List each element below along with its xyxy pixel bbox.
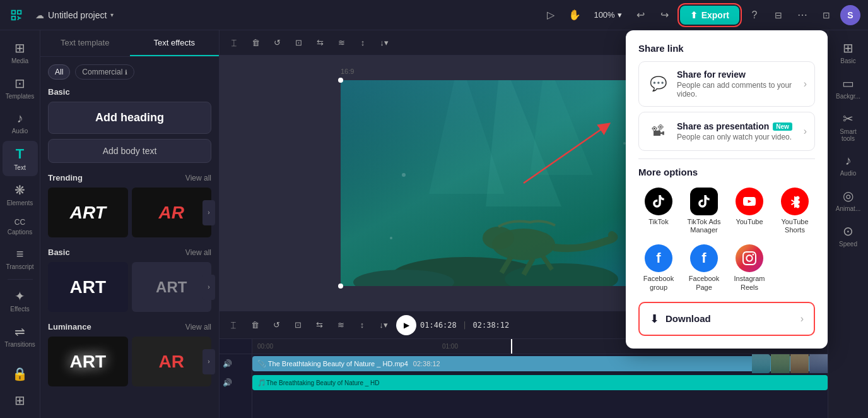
right-panel-speed[interactable]: ⊙ Speed [831,218,866,253]
playhead[interactable] [511,339,512,354]
hand-tool[interactable]: ✋ [565,5,585,25]
tab-text-effects[interactable]: Text effects [130,30,220,56]
tiktok-ads-label: TikTok Ads Manager [686,218,722,234]
tab-text-template[interactable]: Text template [40,30,130,56]
flip-tool[interactable]: ⇆ [310,33,329,52]
flip-timeline-btn[interactable]: ⇆ [310,316,328,334]
share-review-arrow: › [804,78,807,90]
basic-section-header: Basic [48,87,211,97]
luminance-item-1[interactable]: ART [48,337,128,386]
youtube-shorts-label: YouTube Shorts [777,218,812,234]
facebook-page-icon: f [690,244,718,272]
sidebar-item-elements[interactable]: ❋ Elements [3,177,38,212]
zoom-control[interactable]: 100% ▾ [589,8,626,22]
sidebar-item-settings[interactable]: ⊞ [3,388,38,413]
volume-timeline-btn[interactable]: ↓▾ [375,316,392,334]
sidebar-item-lock[interactable]: 🔒 [3,361,38,386]
sidebar-item-audio[interactable]: ♪ Audio [3,106,38,140]
trending-item-2[interactable]: AR [132,188,212,237]
right-panel-smarttools[interactable]: ✂ Smart tools [831,106,866,147]
trending-next-arrow[interactable]: › [202,200,215,225]
loop-timeline-btn[interactable]: ↺ [267,316,285,334]
add-body-button[interactable]: Add body text [48,139,211,163]
right-panel-background[interactable]: ▭ Backgr... [831,71,866,105]
resize-tool[interactable]: ↕ [353,33,372,52]
cloud-icon: ☁ [35,10,44,20]
resize-handle-tl[interactable] [338,78,343,83]
sidebar-item-effects[interactable]: ✦ Effects [3,284,38,318]
play-button[interactable]: ▶ [396,315,416,335]
platform-facebook-page[interactable]: f Facebook Page [684,242,724,294]
more-button[interactable]: ⋯ [792,5,812,25]
project-selector[interactable]: ☁ Untitled project ▾ [30,8,119,23]
resize-handle-bl[interactable] [338,284,343,289]
audio-track-row: 🎵 The Breathtaking Beauty of Nature _ HD [252,373,828,392]
platform-instagram-reels[interactable]: Instagram Reels [729,242,770,294]
right-panel-basic[interactable]: ⊞ Basic [831,35,866,69]
basic2-item-2[interactable]: ART [132,262,212,312]
trending-view-all[interactable]: View all [185,174,211,182]
resize-timeline-btn[interactable]: ↕ [353,316,371,334]
filter-row: All Commercial ℹ [48,64,211,80]
video-track[interactable]: 📎 The Breathtaking Beauty of Nature _ HD… [252,356,828,371]
help-button[interactable]: ? [744,5,765,25]
right-panel-animate[interactable]: ◎ Animat... [831,183,866,217]
right-label-audio: Audio [840,170,857,177]
crop-timeline-btn[interactable]: ⊡ [289,316,307,334]
delete-timeline-btn[interactable]: 🗑 [246,316,264,334]
share-presentation-icon: 📽 [647,120,669,143]
undo-button[interactable]: ↩ [631,5,651,25]
filter-commercial[interactable]: Commercial ℹ [75,64,134,80]
sidebar-label-templates: Templates [6,93,35,100]
auto-timeline-btn[interactable]: ≋ [332,316,349,334]
split-timeline-btn[interactable]: ⌶ [225,316,242,334]
luminance-next-arrow[interactable]: › [202,349,215,374]
volume-tool[interactable]: ↓▾ [375,33,394,52]
add-heading-button[interactable]: Add heading [48,102,211,134]
select-tool[interactable]: ▷ [541,5,561,25]
video-track-row: 📎 The Breathtaking Beauty of Nature _ HD… [252,354,828,373]
auto-tool[interactable]: ≋ [332,33,351,52]
share-review-card[interactable]: 💬 Share for review People can add commen… [638,61,815,107]
more-options-title: More options [638,167,815,177]
export-button[interactable]: ⬆ Export [680,6,739,25]
sidebar-item-transitions[interactable]: ⇌ Transitions [3,319,38,353]
sidebar-item-captions[interactable]: CC Captions [3,213,38,241]
canvas-controls: ▷ ✋ 100% ▾ ↩ ↪ [541,5,674,25]
sidebar-item-text[interactable]: T Text [3,141,38,176]
panel-toggle[interactable]: ⊡ [816,5,836,25]
delete-tool[interactable]: 🗑 [246,33,265,52]
right-panel-audio[interactable]: ♪ Audio [831,148,866,182]
share-link-title: Share link [638,43,815,54]
trending-item-1[interactable]: ART [48,188,128,237]
user-avatar[interactable]: S [840,5,860,25]
new-badge: New [773,122,792,131]
media-icon: ⊞ [15,40,25,56]
luminance-view-all[interactable]: View all [185,323,211,331]
layout-button[interactable]: ⊟ [768,5,789,25]
split-tool[interactable]: ⌶ [225,33,243,52]
share-divider [638,158,815,159]
audio-track[interactable]: 🎵 The Breathtaking Beauty of Nature _ HD [252,375,828,390]
thumb-2 [771,356,789,371]
smarttools-icon: ✂ [843,111,853,126]
platform-facebook-group[interactable]: f Facebook group [638,242,679,294]
basic2-item-1[interactable]: ART [48,262,128,312]
loop-tool[interactable]: ↺ [267,33,286,52]
share-review-text: Share for review People can add comments… [677,69,796,99]
filter-all[interactable]: All [48,64,70,80]
sidebar-item-transcript[interactable]: ≡ Transcript [3,242,38,275]
crop-tool[interactable]: ⊡ [289,33,308,52]
share-presentation-card[interactable]: 📽 Share as presentation New People can o… [638,112,815,151]
luminance-item-2[interactable]: AR [132,337,212,386]
download-button[interactable]: ⬇ Download › [638,302,815,336]
platform-tiktok-ads[interactable]: TikTok Ads Manager [684,185,724,237]
basic2-view-all[interactable]: View all [185,248,211,257]
platform-youtube-shorts[interactable]: YouTube Shorts [775,185,815,237]
redo-button[interactable]: ↪ [655,5,675,25]
sidebar-item-media[interactable]: ⊞ Media [3,35,38,69]
sidebar-item-templates[interactable]: ⊡ Templates [3,71,38,105]
platform-youtube[interactable]: YouTube [729,185,770,237]
platform-tiktok[interactable]: TikTok [638,185,679,237]
basic2-next-arrow[interactable]: › [202,275,215,300]
